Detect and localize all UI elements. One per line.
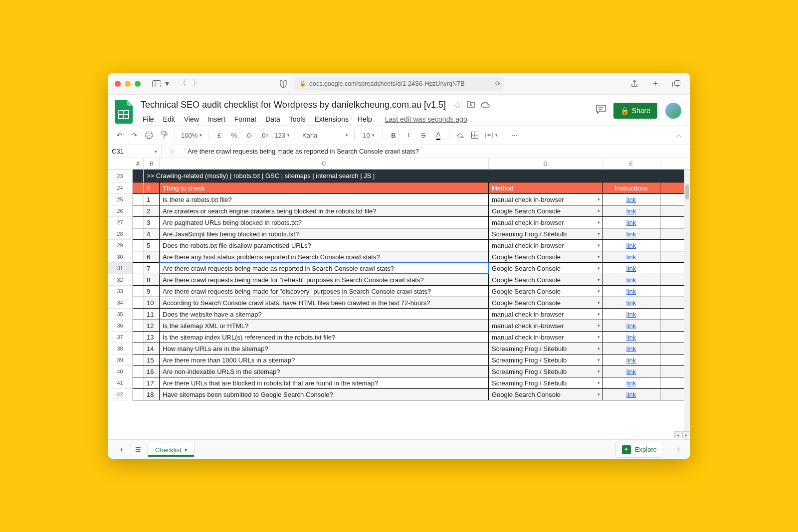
cell[interactable]: Are there URLs that are blocked in robot… — [160, 377, 489, 388]
menu-file[interactable]: File — [139, 113, 158, 125]
cell[interactable]: Are there crawl requests being made as r… — [160, 263, 489, 274]
menu-help[interactable]: Help — [354, 113, 376, 125]
dropdown-icon[interactable]: ▾ — [598, 243, 600, 248]
cell[interactable]: Are JavaScript files being blocked in ro… — [160, 228, 489, 239]
add-sheet-button[interactable]: ＋ — [114, 442, 129, 457]
row-header[interactable]: 38 — [108, 343, 133, 355]
cell[interactable]: Screaming Frog / Sitebulb▾ — [489, 228, 602, 239]
tabs-icon[interactable] — [669, 78, 683, 90]
chevron-down-icon[interactable]: ▾ — [164, 78, 171, 90]
dropdown-icon[interactable]: ▾ — [598, 346, 600, 351]
merge-button[interactable] — [483, 129, 500, 142]
cell[interactable]: Is the sitemap index URL(s) referenced i… — [160, 332, 489, 343]
instructions-link[interactable]: link — [626, 288, 636, 295]
decrease-decimal-button[interactable]: .0↓ — [242, 129, 255, 142]
cell[interactable]: link — [602, 366, 660, 377]
row-header[interactable]: 24 — [108, 182, 133, 194]
cell[interactable]: 13 — [144, 332, 160, 343]
collapse-toolbar-button[interactable]: ︿ — [672, 129, 685, 142]
cell[interactable]: Google Search Console▾ — [489, 251, 602, 262]
cell[interactable]: 7 — [144, 263, 160, 274]
cell[interactable]: link — [602, 228, 660, 239]
cell[interactable]: 8 — [144, 274, 160, 285]
cell[interactable]: manual check in-browser▾ — [489, 240, 602, 251]
cell[interactable]: 6 — [144, 251, 160, 262]
cell[interactable]: 14 — [144, 343, 160, 354]
dropdown-icon[interactable]: ▾ — [598, 208, 600, 213]
cell[interactable]: 11 — [144, 309, 160, 320]
cell[interactable]: Screaming Frog / Sitebulb▾ — [489, 343, 602, 354]
menu-view[interactable]: View — [180, 113, 203, 125]
cell[interactable]: 4 — [144, 228, 160, 239]
last-edit-link[interactable]: Last edit was seconds ago — [381, 113, 471, 125]
bold-button[interactable]: B — [387, 129, 400, 142]
dropdown-icon[interactable]: ▾ — [598, 335, 600, 340]
cell[interactable]: 2 — [144, 205, 160, 216]
row-header[interactable]: 29 — [108, 240, 133, 251]
move-icon[interactable] — [467, 101, 475, 110]
row-header[interactable]: 40 — [108, 366, 133, 377]
formula-input[interactable]: Are there crawl requests being made as r… — [184, 148, 690, 155]
cell[interactable]: link — [602, 320, 660, 331]
increase-decimal-button[interactable]: .00 — [257, 129, 270, 142]
instructions-link[interactable]: link — [626, 379, 636, 387]
redo-button[interactable]: ↷ — [128, 129, 141, 142]
cell[interactable]: Are there more than 1000 URLs in a sitem… — [160, 355, 489, 365]
cell[interactable]: link — [602, 297, 660, 308]
new-tab-icon[interactable]: ＋ — [648, 78, 662, 90]
font-size-select[interactable]: 10 — [359, 129, 379, 142]
sheet-tab[interactable]: Checklist ▾ — [148, 443, 195, 457]
row-header[interactable]: 25 — [108, 194, 133, 205]
menu-edit[interactable]: Edit — [159, 113, 179, 125]
row-header[interactable]: 42 — [108, 389, 133, 400]
share-button[interactable]: 🔒 Share — [613, 103, 657, 119]
dropdown-icon[interactable]: ▾ — [598, 392, 600, 397]
dropdown-icon[interactable]: ▾ — [598, 277, 600, 282]
currency-button[interactable]: £ — [212, 129, 225, 142]
row-header[interactable]: 23 — [108, 170, 133, 182]
instructions-link[interactable]: link — [626, 207, 636, 215]
cell[interactable]: Does the website have a sitemap? — [160, 309, 489, 320]
cell[interactable]: According to Search Console crawl stats,… — [160, 297, 489, 308]
instructions-link[interactable]: link — [626, 242, 636, 249]
cell[interactable]: Instructions — [602, 182, 660, 193]
row-header[interactable]: 28 — [108, 228, 133, 240]
instructions-link[interactable]: link — [626, 276, 636, 284]
cell[interactable]: # — [144, 182, 160, 193]
number-format-select[interactable]: 123 — [272, 129, 292, 142]
col-header[interactable]: D — [489, 158, 602, 169]
cell[interactable]: Screaming Frog / Sitebulb▾ — [489, 366, 602, 377]
borders-button[interactable] — [468, 129, 481, 142]
dropdown-icon[interactable]: ▾ — [598, 312, 600, 317]
cell[interactable]: 10 — [144, 297, 160, 308]
col-header[interactable]: E — [602, 158, 660, 169]
text-color-button[interactable]: A — [432, 129, 445, 142]
dropdown-icon[interactable]: ▾ — [598, 323, 600, 328]
instructions-link[interactable]: link — [626, 219, 636, 226]
cell[interactable]: Are there any host status problems repor… — [160, 251, 489, 262]
cell[interactable]: manual check in-browser▾ — [489, 217, 602, 228]
instructions-link[interactable]: link — [626, 253, 636, 261]
cell[interactable]: Screaming Frog / Sitebulb▾ — [489, 355, 602, 365]
dropdown-icon[interactable]: ▾ — [598, 369, 600, 374]
dropdown-icon[interactable]: ▾ — [598, 380, 600, 385]
cell[interactable]: 16 — [144, 366, 160, 377]
cell[interactable]: Are there crawl requests being made for … — [160, 274, 489, 285]
forward-button[interactable]: 〉 — [190, 78, 203, 90]
cell[interactable]: Are there crawl requests being made for … — [160, 286, 489, 297]
row-header[interactable]: 32 — [108, 274, 133, 286]
account-avatar[interactable] — [664, 102, 682, 120]
col-header[interactable]: A — [133, 158, 144, 169]
cell[interactable]: manual check in-browser▾ — [489, 309, 602, 320]
menu-extensions[interactable]: Extensions — [310, 113, 352, 125]
cell[interactable]: 12 — [144, 320, 160, 331]
vertical-scrollbar[interactable] — [684, 170, 690, 439]
instructions-link[interactable]: link — [626, 311, 636, 318]
col-header[interactable]: B — [144, 158, 160, 169]
strikethrough-button[interactable]: S — [417, 129, 430, 142]
instructions-link[interactable]: link — [626, 334, 636, 341]
cell[interactable]: manual check in-browser▾ — [489, 320, 602, 331]
sidebar-icon[interactable] — [150, 78, 164, 90]
instructions-link[interactable]: link — [626, 265, 636, 272]
dropdown-icon[interactable]: ▾ — [598, 289, 600, 294]
